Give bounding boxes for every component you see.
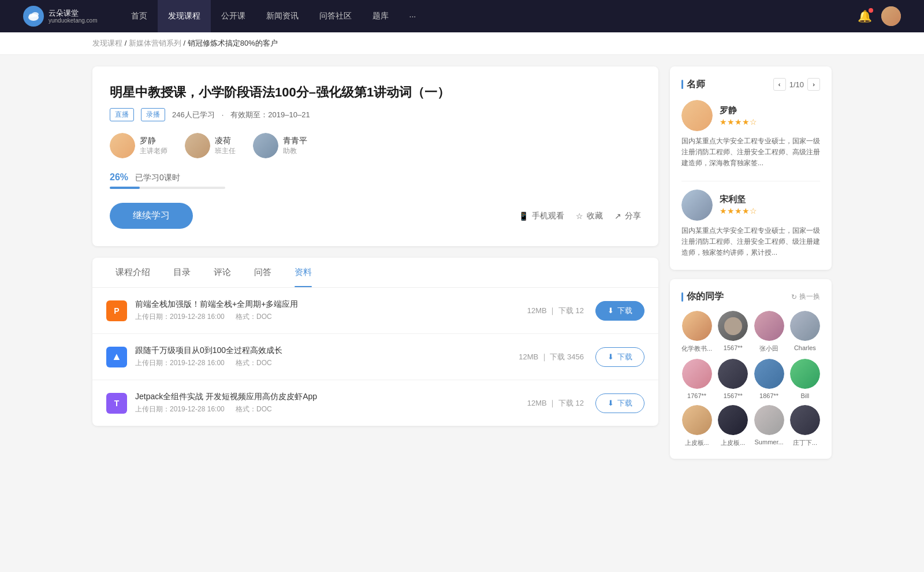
classmate-2[interactable]: 1567** (718, 311, 748, 353)
classmate-name-8: Bill (801, 392, 810, 399)
mobile-label: 手机观看 (532, 211, 564, 221)
teacher-3-name: 青青平 (283, 136, 307, 146)
file-meta-1: 上传日期：2019-12-28 16:00 格式：DOC (135, 312, 527, 322)
classmate-5[interactable]: 1767** (681, 359, 712, 399)
file-icon-1: P (106, 300, 127, 321)
progress-section: 26% 已学习0课时 (110, 172, 641, 189)
teacher-sidebar-stars-1: ★★★★☆ (720, 117, 757, 127)
classmates-header: 你的同学 ↻ 换一换 (681, 291, 820, 303)
nav-qa[interactable]: 问答社区 (309, 0, 362, 32)
tab-materials[interactable]: 资料 (283, 258, 323, 287)
svg-point-2 (32, 12, 39, 17)
teacher-1: 罗静 主讲老师 (110, 133, 167, 158)
teacher-1-role: 主讲老师 (140, 146, 167, 156)
teacher-3: 青青平 助教 (253, 133, 307, 158)
classmate-avatar-1 (682, 311, 712, 341)
classmates-grid: 化学教书... 1567** 张小田 (681, 311, 820, 447)
classmate-avatar-3 (754, 311, 784, 341)
download-button-3[interactable]: ⬇ 下载 (595, 393, 644, 413)
breadcrumb-sep-1: / (125, 39, 129, 47)
classmate-avatar-10 (718, 405, 748, 435)
classmate-avatar-9 (682, 405, 712, 435)
classmate-name-10: 上皮板... (721, 439, 745, 447)
nav-exam[interactable]: 题库 (362, 0, 399, 32)
tab-qa[interactable]: 问答 (243, 258, 283, 287)
breadcrumb-sep-2: / (183, 39, 187, 47)
tab-intro[interactable]: 课程介绍 (104, 258, 162, 287)
classmate-avatar-4 (790, 311, 820, 341)
nav-home[interactable]: 首页 (121, 0, 158, 32)
classmate-12[interactable]: 庄丁下... (790, 405, 820, 447)
progress-percent: 26% (110, 172, 128, 182)
file-info-1: 前端全栈加强版！前端全栈+全周期+多端应用 上传日期：2019-12-28 16… (135, 299, 527, 322)
classmate-8[interactable]: Bill (790, 359, 820, 399)
download-icon-2: ⬇ (608, 352, 614, 361)
download-button-2[interactable]: ⬇ 下载 (595, 347, 644, 367)
content-area: 明星中教授课，小学阶段语法100分–强化级第1讲动词（一） 直播 录播 246人… (92, 66, 658, 558)
file-stats-2: 12MB ｜ 下载 3456 (519, 352, 584, 362)
file-icon-2: ▲ (106, 347, 127, 367)
teachers-list: 罗静 主讲老师 凌荷 班主任 (110, 133, 641, 158)
nav-news[interactable]: 新闻资讯 (256, 0, 309, 32)
classmate-3[interactable]: 张小田 (754, 311, 784, 353)
course-valid: 有效期至：2019–10–21 (230, 110, 310, 120)
tab-review[interactable]: 评论 (202, 258, 243, 287)
teacher-2: 凌荷 班主任 (185, 133, 236, 158)
teacher-3-avatar (253, 133, 278, 158)
classmate-name-1: 化学教书... (681, 344, 712, 353)
classmate-4[interactable]: Charles (790, 311, 820, 353)
nav-more[interactable]: ··· (399, 0, 427, 32)
classmate-1[interactable]: 化学教书... (681, 311, 712, 353)
classmate-7[interactable]: 1867** (754, 359, 784, 399)
nav-discover[interactable]: 发现课程 (158, 0, 211, 32)
classmate-name-12: 庄丁下... (793, 439, 817, 447)
tab-catalog[interactable]: 目录 (162, 258, 202, 287)
file-icon-3: T (106, 393, 127, 414)
classmate-10[interactable]: 上皮板... (718, 405, 748, 447)
teachers-sidebar-header: 名师 ‹ 1/10 › (681, 78, 820, 91)
teacher-sidebar-2: 宋利坚 ★★★★☆ 国内某重点大学安全工程专业硕士，国家一级注册消防工程师、注册… (681, 190, 820, 259)
classmate-name-5: 1767** (687, 392, 706, 399)
download-icon-1: ⬇ (608, 306, 614, 315)
teacher-2-name: 凌荷 (215, 136, 236, 146)
teachers-next-button[interactable]: › (807, 78, 820, 91)
share-link[interactable]: ↗ 分享 (614, 211, 641, 221)
star-icon: ☆ (576, 211, 583, 221)
teachers-sidebar-title: 名师 (681, 79, 705, 91)
file-info-3: Jetpack全组件实战 开发短视频应用高仿皮皮虾App 上传日期：2019-1… (135, 392, 527, 414)
avatar-image (881, 6, 901, 26)
teachers-prev-button[interactable]: ‹ (773, 78, 786, 91)
file-info-2: 跟随千万级项目从0到100全过程高效成长 上传日期：2019-12-28 16:… (135, 346, 519, 368)
progress-label: 已学习0课时 (135, 173, 180, 182)
notification-bell[interactable]: 🔔 (858, 9, 872, 23)
teacher-sidebar-avatar-1 (681, 100, 713, 131)
nav-open[interactable]: 公开课 (211, 0, 256, 32)
mobile-watch-link[interactable]: 📱 手机观看 (519, 211, 564, 221)
course-meta: 直播 录播 246人已学习 · 有效期至：2019–10–21 (110, 108, 641, 121)
mobile-icon: 📱 (519, 211, 528, 221)
badge-live: 直播 (110, 108, 134, 121)
download-button-1[interactable]: ⬇ 下载 (595, 301, 644, 321)
breadcrumb-link-2[interactable]: 新媒体营销系列 (129, 39, 181, 47)
teacher-1-name: 罗静 (140, 136, 167, 146)
download-label-1: 下载 (617, 306, 632, 316)
progress-bar-bg (110, 187, 225, 189)
course-students: 246人已学习 (172, 110, 215, 120)
refresh-classmates-button[interactable]: ↻ 换一换 (791, 292, 820, 302)
user-avatar[interactable] (881, 6, 901, 26)
tabs-header: 课程介绍 目录 评论 问答 资料 (92, 258, 658, 288)
classmate-avatar-6 (718, 359, 748, 389)
classmate-9[interactable]: 上皮板... (681, 405, 712, 447)
collect-link[interactable]: ☆ 收藏 (576, 211, 603, 221)
file-item-3: T Jetpack全组件实战 开发短视频应用高仿皮皮虾App 上传日期：2019… (92, 380, 658, 426)
logo[interactable]: 云朵课堂 yunduoketang.com (23, 6, 98, 27)
classmate-name-2: 1567** (724, 344, 743, 351)
continue-button[interactable]: 继续学习 (110, 203, 193, 229)
breadcrumb-link-1[interactable]: 发现课程 (92, 39, 122, 47)
classmate-11[interactable]: Summer... (754, 405, 784, 447)
notification-dot (869, 8, 873, 13)
classmate-name-6: 1567** (724, 392, 743, 399)
file-meta-3: 上传日期：2019-12-28 16:00 格式：DOC (135, 404, 527, 414)
classmate-6[interactable]: 1567** (718, 359, 748, 399)
classmate-avatar-7 (754, 359, 784, 389)
